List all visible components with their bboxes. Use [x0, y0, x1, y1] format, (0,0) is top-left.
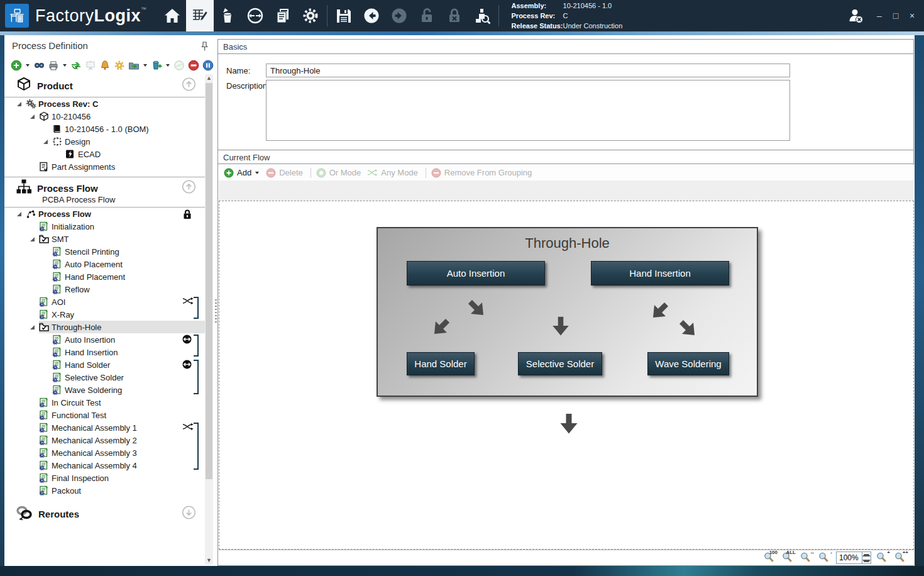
- add-dropdown-caret[interactable]: [26, 64, 30, 67]
- tree-item-mechanical-assembly-3[interactable]: Mechanical Assembly 3: [4, 446, 205, 459]
- find-icon[interactable]: [33, 60, 45, 71]
- op-icon: [52, 259, 63, 269]
- add-icon[interactable]: [11, 60, 22, 71]
- scroll-down-arrow[interactable]: ▼: [205, 557, 213, 565]
- through-hole-group-box[interactable]: Through-Hole Auto InsertionHand Insertio…: [377, 227, 758, 397]
- tree-item-mechanical-assembly-4[interactable]: Mechanical Assembly 4: [4, 459, 205, 472]
- zoom-spin-up[interactable]: [862, 552, 871, 558]
- tree-item-in-circuit-test[interactable]: In Circuit Test: [4, 396, 205, 409]
- tree-item-process-rev-c[interactable]: Process Rev: C: [4, 97, 205, 110]
- materials-icon[interactable]: [214, 0, 241, 31]
- flow-canvas[interactable]: Through-Hole Auto InsertionHand Insertio…: [219, 201, 914, 550]
- name-input[interactable]: [266, 64, 790, 77]
- tree-item-stencil-printing[interactable]: Stencil Printing: [4, 245, 205, 258]
- process-rev-label: Process Rev:: [512, 11, 563, 21]
- documents-icon[interactable]: [269, 0, 297, 31]
- export-dropdown-caret[interactable]: [143, 64, 147, 67]
- maximize-button[interactable]: □: [888, 11, 904, 21]
- back-icon[interactable]: [358, 0, 385, 31]
- tree-item-selective-solder[interactable]: Selective Solder: [4, 371, 205, 384]
- zoom-out-fast-button[interactable]: --: [800, 551, 813, 564]
- expand-down-button[interactable]: [182, 506, 196, 523]
- print-icon[interactable]: [48, 60, 59, 71]
- tree-item-wave-soldering[interactable]: Wave Soldering: [4, 384, 205, 396]
- tree-item-final-inspection[interactable]: Final Inspection: [4, 472, 205, 484]
- collapse-up-button[interactable]: [182, 77, 196, 94]
- zoom-100-button[interactable]: 100: [763, 551, 777, 564]
- pin-icon[interactable]: [201, 42, 208, 53]
- zoom-spin-down[interactable]: [862, 558, 871, 563]
- tree-item-ecad[interactable]: ECAD: [4, 148, 205, 160]
- any-mode-icon: [367, 169, 378, 177]
- transfer-icon[interactable]: [241, 0, 269, 31]
- home-icon[interactable]: [158, 0, 186, 31]
- save-icon[interactable]: [330, 0, 358, 31]
- delete-icon: [266, 168, 276, 178]
- tree-item-auto-placement[interactable]: Auto Placement: [4, 258, 205, 270]
- zoom-in-button[interactable]: +: [876, 551, 889, 564]
- notification-icon[interactable]: [99, 60, 111, 71]
- logout-user-icon[interactable]: [840, 0, 871, 31]
- configure-icon[interactable]: [114, 60, 125, 71]
- print-dropdown-caret[interactable]: [63, 64, 67, 67]
- expander-icon[interactable]: [43, 140, 52, 144]
- tree-item-hand-solder[interactable]: Hand Solder: [4, 358, 205, 371]
- settings-icon[interactable]: [297, 0, 324, 31]
- expander-icon[interactable]: [17, 212, 26, 216]
- collapse-up-button[interactable]: [182, 180, 196, 197]
- tree-item-packout[interactable]: Packout: [4, 484, 205, 497]
- add-button[interactable]: Add: [224, 168, 260, 178]
- flow-node-wave-soldering[interactable]: Wave Soldering: [647, 352, 729, 375]
- tree-item-label: Hand Placement: [65, 272, 125, 282]
- section-header-process-flow[interactable]: Process Flow: [4, 177, 205, 199]
- description-input[interactable]: [266, 80, 790, 141]
- tree-item-10-210456-1-0-bom[interactable]: 10-210456 - 1.0 (BOM): [4, 123, 205, 135]
- flow-node-selective-solder[interactable]: Selective Solder: [518, 352, 602, 375]
- tree-item-initialization[interactable]: Initialization: [4, 220, 205, 233]
- sync-icon[interactable]: [70, 60, 82, 71]
- sidebar-scrollbar[interactable]: ▲ ▼: [205, 74, 213, 565]
- add-dropdown-caret[interactable]: [255, 172, 259, 174]
- close-button[interactable]: ×: [904, 11, 920, 21]
- zoom-all-button[interactable]: ALL: [781, 551, 795, 564]
- tree-item-hand-insertion[interactable]: Hand Insertion: [4, 346, 205, 358]
- tree-item-mechanical-assembly-2[interactable]: Mechanical Assembly 2: [4, 434, 205, 446]
- section-header-product[interactable]: Product: [4, 74, 205, 97]
- pause-icon[interactable]: [202, 60, 214, 71]
- tree-item-through-hole[interactable]: Through-Hole: [4, 321, 205, 333]
- tree-item-content: X-Ray: [39, 308, 205, 321]
- tree-item-mechanical-assembly-1[interactable]: Mechanical Assembly 1: [4, 421, 205, 434]
- scroll-up-arrow[interactable]: ▲: [205, 74, 213, 82]
- minimize-button[interactable]: –: [871, 11, 888, 21]
- tree-item-x-ray[interactable]: X-Ray: [4, 308, 205, 321]
- expander-icon[interactable]: [17, 102, 26, 106]
- tree-item-aoi[interactable]: AOI: [4, 296, 205, 308]
- zoom-in-fast-button[interactable]: ++: [894, 551, 908, 564]
- publish-icon[interactable]: [151, 60, 162, 71]
- scrollbar-thumb[interactable]: [206, 83, 212, 479]
- section-header-reroutes[interactable]: Reroutes: [4, 503, 205, 524]
- flow-node-hand-solder[interactable]: Hand Solder: [407, 352, 475, 375]
- flow-node-hand-insertion[interactable]: Hand Insertion: [591, 261, 729, 285]
- tree-item-functional-test[interactable]: Functional Test: [4, 409, 205, 421]
- statusbar: 100ALL--- +++: [219, 550, 914, 565]
- expander-icon[interactable]: [30, 237, 39, 241]
- export-icon[interactable]: [128, 60, 140, 71]
- tree-item-auto-insertion[interactable]: Auto Insertion: [4, 333, 205, 346]
- tree-item-hand-placement[interactable]: Hand Placement: [4, 270, 205, 283]
- expander-icon[interactable]: [30, 114, 39, 119]
- publish-dropdown-caret[interactable]: [166, 64, 170, 67]
- tree-item-smt[interactable]: SMT: [4, 233, 205, 245]
- zoom-level-input[interactable]: [837, 552, 862, 563]
- audit-search-icon[interactable]: [468, 0, 496, 31]
- stop-icon[interactable]: [188, 60, 199, 71]
- expander-icon[interactable]: [30, 325, 39, 330]
- flow-node-auto-insertion[interactable]: Auto Insertion: [407, 261, 545, 285]
- tree-item-10-210456[interactable]: 10-210456: [4, 110, 205, 123]
- zoom-out-button[interactable]: -: [818, 551, 832, 564]
- tree-item-part-assignments[interactable]: Part Assignments: [4, 160, 205, 173]
- tree-item-design[interactable]: Design: [4, 135, 205, 148]
- tree-item-reflow[interactable]: Reflow: [4, 283, 205, 296]
- tree-item-process-flow[interactable]: Process Flow: [4, 208, 205, 220]
- process-definition-icon[interactable]: [186, 0, 214, 31]
